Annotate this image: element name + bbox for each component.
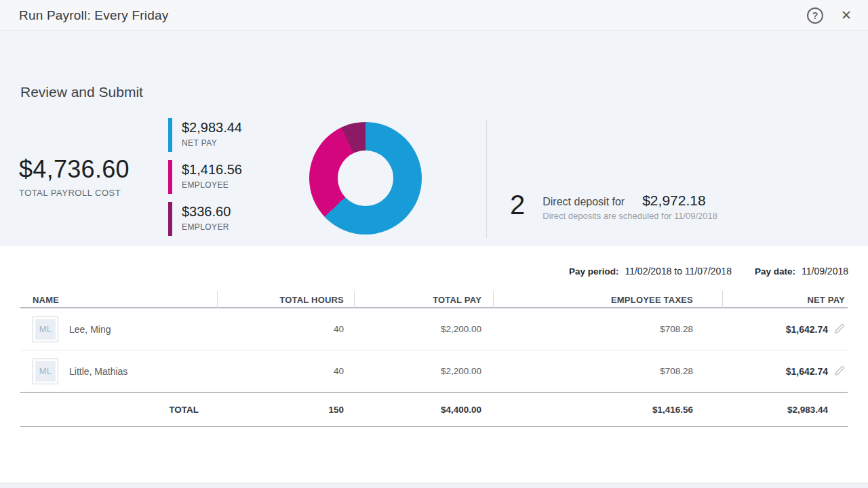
legend-swatch-net-pay (168, 118, 172, 152)
legend-label: EMPLOYEE (182, 180, 242, 190)
direct-deposit-count: 2 (510, 187, 525, 222)
col-header-total-pay: TOTAL PAY (354, 291, 493, 308)
table-header-row: NAME TOTAL HOURS TOTAL PAY EMPLOYEE TAXE… (20, 291, 848, 308)
avatar-initials: ML (35, 361, 56, 382)
edit-pencil-icon[interactable] (833, 365, 845, 377)
edit-pencil-icon[interactable] (833, 323, 845, 335)
help-icon[interactable]: ? (807, 7, 823, 24)
total-row-label: TOTAL (20, 405, 217, 415)
direct-deposit-amount: $2,972.18 (642, 192, 705, 209)
total-net-pay: $2,983.44 (722, 405, 848, 415)
total-hours: 150 (217, 405, 354, 415)
table-row: ML Little, Mathias 40 $2,200.00 $708.28 … (20, 350, 848, 392)
close-icon[interactable]: ✕ (841, 9, 852, 22)
cell-employee-taxes: $708.28 (493, 324, 722, 334)
pay-date-value: 11/09/2018 (802, 266, 848, 277)
cell-total-hours: 40 (217, 324, 354, 334)
legend-swatch-employer (168, 202, 172, 236)
total-payroll-amount: $4,736.60 (19, 155, 130, 184)
col-header-total-hours: TOTAL HOURS (217, 291, 354, 308)
legend-label: NET PAY (182, 138, 242, 148)
avatar: ML (33, 317, 58, 342)
employee-name: Lee, Ming (69, 324, 111, 335)
legend-amount: $1,416.56 (182, 160, 242, 178)
pay-info-row: Pay period:11/02/2018 to 11/07/2018Pay d… (0, 266, 868, 277)
pay-period-value: 11/02/2018 to 11/07/2018 (625, 266, 732, 277)
cell-total-hours: 40 (217, 366, 354, 376)
chart-legend: $2,983.44 NET PAY $1,416.56 EMPLOYEE $33… (168, 118, 242, 244)
col-header-net-pay: NET PAY (722, 291, 848, 308)
header-actions: ? ✕ (807, 7, 852, 24)
total-payroll-label: TOTAL PAYROLL COST (19, 188, 130, 198)
page-title: Run Payroll: Every Friday (19, 8, 168, 23)
footer-bar (0, 483, 868, 488)
cell-total-pay: $2,200.00 (354, 324, 493, 334)
cell-employee-taxes: $708.28 (493, 366, 722, 376)
total-employee-taxes: $1,416.56 (493, 405, 722, 415)
cell-net-pay: $1,642.74 (786, 366, 828, 377)
total-payroll-cost: $4,736.60 TOTAL PAYROLL COST (19, 155, 130, 198)
review-summary-section: Review and Submit $4,736.60 TOTAL PAYROL… (0, 31, 868, 246)
summary-divider (486, 119, 487, 238)
direct-deposit-label: Direct deposit for (542, 196, 625, 208)
section-title: Review and Submit (20, 84, 143, 100)
pay-period-label: Pay period: (569, 266, 619, 277)
modal-header: Run Payroll: Every Friday ? ✕ (0, 0, 868, 31)
direct-deposit-summary: 2 Direct deposit for $2,972.18 Direct de… (510, 187, 717, 222)
legend-amount: $336.60 (182, 202, 231, 220)
total-pay: $4,400.00 (354, 405, 493, 415)
legend-label: EMPLOYER (182, 222, 231, 232)
payroll-table: NAME TOTAL HOURS TOTAL PAY EMPLOYEE TAXE… (20, 291, 848, 427)
employee-name: Little, Mathias (69, 366, 127, 377)
legend-item-employee: $1,416.56 EMPLOYEE (168, 160, 242, 194)
donut-hole (338, 150, 393, 206)
direct-deposit-note: Direct deposits are scheduled for 11/09/… (542, 211, 717, 221)
pay-date-label: Pay date: (755, 266, 795, 277)
table-row: ML Lee, Ming 40 $2,200.00 $708.28 $1,642… (20, 308, 848, 350)
table-total-row: TOTAL 150 $4,400.00 $1,416.56 $2,983.44 (20, 392, 848, 427)
legend-swatch-employee (168, 160, 172, 194)
legend-item-employer: $336.60 EMPLOYER (168, 202, 242, 236)
col-header-name: NAME (20, 291, 217, 308)
legend-amount: $2,983.44 (182, 118, 242, 136)
cell-net-pay: $1,642.74 (786, 324, 828, 335)
avatar: ML (33, 359, 58, 384)
legend-item-net-pay: $2,983.44 NET PAY (168, 118, 242, 152)
col-header-employee-taxes: EMPLOYEE TAXES (493, 291, 722, 308)
payroll-donut-chart (309, 122, 422, 235)
avatar-initials: ML (35, 319, 56, 340)
cell-total-pay: $2,200.00 (354, 366, 493, 376)
